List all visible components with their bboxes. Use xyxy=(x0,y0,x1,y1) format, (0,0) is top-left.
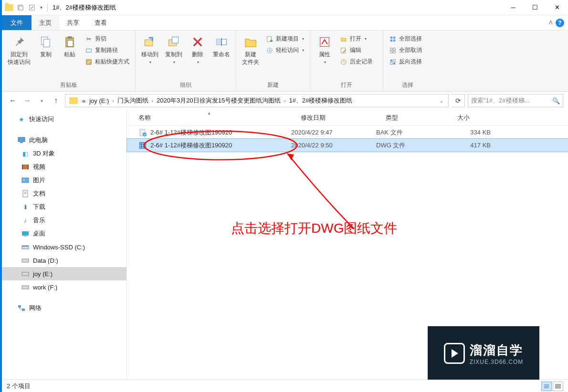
column-headers[interactable]: ▴ 名称 修改日期 类型 大小 xyxy=(127,110,568,126)
copy-button[interactable]: 复制 xyxy=(34,32,57,61)
address-bar[interactable]: « joy (E:)› 门头沟图纸› 2020年3月20日徐寅发15号楼变更图纸… xyxy=(65,94,449,107)
rename-button[interactable]: 重命名 xyxy=(210,32,233,61)
tree-item[interactable]: work (F:) xyxy=(2,280,126,294)
tab-home[interactable]: 主页 xyxy=(32,15,59,30)
desktop-icon xyxy=(21,230,30,237)
svg-point-40 xyxy=(23,179,25,181)
tree-quickaccess[interactable]: ★ 快速访问 xyxy=(2,113,126,126)
file-row-selected[interactable]: 2-6# 1-12#楼梯修改图190920 2020/4/22 9:50 DWG… xyxy=(127,139,568,152)
tree-item-selected[interactable]: joy (E:) xyxy=(2,267,126,280)
group-organize: 移动到 ▾ 复制到 ▾ 删除 ▾ 重命名 组织 xyxy=(136,31,236,91)
edit-icon xyxy=(340,47,347,54)
svg-rect-6 xyxy=(67,36,72,39)
svg-rect-51 xyxy=(18,305,21,308)
newfolder-button[interactable]: 新建 文件夹 xyxy=(239,32,262,68)
crumb[interactable]: 1#、2#楼楼梯修改图纸 xyxy=(288,96,354,105)
crumb[interactable]: 门头沟图纸 xyxy=(116,96,150,105)
tree-thispc[interactable]: 此电脑 xyxy=(2,134,126,147)
svg-rect-61 xyxy=(556,384,557,386)
tree-item[interactable]: 视频 xyxy=(2,160,126,174)
tree-item[interactable]: Data (D:) xyxy=(2,254,126,267)
tree-item[interactable]: Windows-SSD (C:) xyxy=(2,240,126,254)
maximize-button[interactable]: ☐ xyxy=(524,0,546,15)
ribbon: 固定到 快速访问 复制 粘贴 ✂剪切 复制路径 粘贴快捷方式 剪贴板 移动到 xyxy=(2,31,568,92)
easyaccess-button[interactable]: 轻松访问▾ xyxy=(263,45,307,56)
selectall-icon xyxy=(389,35,397,43)
details-view-button[interactable] xyxy=(541,382,552,391)
delete-button[interactable]: 删除 ▾ xyxy=(186,32,209,66)
tree-item[interactable]: 图片 xyxy=(2,174,126,187)
tree-item[interactable]: ♪音乐 xyxy=(2,214,126,227)
back-button[interactable]: ← xyxy=(7,94,19,107)
copypath-button[interactable]: 复制路径 xyxy=(82,45,132,56)
col-type[interactable]: 类型 xyxy=(374,113,446,122)
selectnone-button[interactable]: 全部取消 xyxy=(386,45,429,56)
svg-rect-63 xyxy=(556,387,557,388)
qat: ▾ xyxy=(2,2,52,13)
newfolder-icon xyxy=(243,34,258,50)
open-button[interactable]: 打开▾ xyxy=(337,33,380,44)
crumb[interactable]: joy (E:) xyxy=(88,97,110,104)
invert-button[interactable]: 反向选择 xyxy=(386,56,429,67)
svg-rect-44 xyxy=(22,231,29,236)
crumb-root[interactable]: « xyxy=(81,97,87,104)
qat-dropdown[interactable]: ▾ xyxy=(38,5,44,10)
tree-network[interactable]: 网络 xyxy=(2,301,126,315)
search-input[interactable]: 搜索"1#、2#楼楼梯... 🔍 xyxy=(468,94,563,107)
newitem-icon xyxy=(266,35,273,43)
properties-button[interactable]: 属性 ▾ xyxy=(313,32,336,66)
help-icon[interactable]: ? xyxy=(556,19,564,27)
selectnone-icon xyxy=(389,47,397,54)
svg-point-17 xyxy=(270,39,273,41)
drive-icon xyxy=(21,243,30,251)
col-size[interactable]: 大小 xyxy=(446,113,498,122)
qat-item[interactable] xyxy=(15,2,26,13)
copyto-icon xyxy=(166,34,181,50)
delete-icon xyxy=(190,34,205,50)
up-button[interactable]: ↑ xyxy=(50,94,62,107)
forward-button[interactable]: → xyxy=(21,94,33,107)
pin-quickaccess-button[interactable]: 固定到 快速访问 xyxy=(5,32,33,68)
icons-view-button[interactable] xyxy=(553,382,563,391)
moveto-button[interactable]: 移动到 ▾ xyxy=(138,32,161,66)
svg-rect-25 xyxy=(393,39,395,41)
collapse-ribbon[interactable]: ᐱ xyxy=(549,20,553,26)
tree-item[interactable]: 文档 xyxy=(2,187,126,200)
svg-rect-31 xyxy=(393,59,395,61)
refresh-button[interactable]: ⟳ xyxy=(452,94,465,107)
path-icon xyxy=(85,47,93,54)
tab-share[interactable]: 共享 xyxy=(59,15,87,30)
history-dropdown[interactable]: ▾ xyxy=(35,94,48,107)
rename-icon xyxy=(214,34,229,50)
invert-icon xyxy=(389,58,397,66)
col-date[interactable]: 修改日期 xyxy=(289,113,374,122)
copyto-button[interactable]: 复制到 ▾ xyxy=(162,32,185,66)
svg-rect-36 xyxy=(22,165,29,169)
history-button[interactable]: 历史记录 xyxy=(337,56,380,67)
svg-rect-27 xyxy=(393,48,395,50)
newitem-button[interactable]: 新建项目▾ xyxy=(263,33,307,44)
group-open: 属性 ▾ 打开▾ 编辑 历史记录 打开 xyxy=(310,31,383,91)
tab-file[interactable]: 文件 xyxy=(2,15,32,30)
edit-button[interactable]: 编辑 xyxy=(337,45,380,56)
svg-rect-12 xyxy=(172,37,179,43)
pasteshortcut-button[interactable]: 粘贴快捷方式 xyxy=(82,56,132,67)
tree-item[interactable]: 桌面 xyxy=(2,227,126,240)
tab-view[interactable]: 查看 xyxy=(87,15,115,30)
dwg-file-icon xyxy=(138,141,147,150)
tree-item[interactable]: ⬇下载 xyxy=(2,200,126,214)
tree-item[interactable]: ◧3D 对象 xyxy=(2,147,126,160)
svg-marker-57 xyxy=(287,154,294,160)
bak-file-icon xyxy=(138,128,147,137)
file-row[interactable]: 2-6# 1-12#楼梯修改图190920 2020/4/22 9:47 BAK… xyxy=(127,126,568,139)
address-dropdown[interactable]: ⌄ xyxy=(437,98,446,103)
minimize-button[interactable]: ─ xyxy=(502,0,524,15)
selectall-button[interactable]: 全部选择 xyxy=(386,33,429,44)
crumb[interactable]: 2020年3月20日徐寅发15号楼变更图纸沟图纸 xyxy=(155,96,282,105)
cut-button[interactable]: ✂剪切 xyxy=(82,33,132,44)
paste-button[interactable]: 粘贴 xyxy=(58,32,81,61)
play-icon xyxy=(444,343,465,364)
close-button[interactable]: ✕ xyxy=(546,0,568,15)
qat-item[interactable] xyxy=(27,2,37,13)
window-title: 1#、2#楼楼梯修改图纸 xyxy=(52,3,116,12)
